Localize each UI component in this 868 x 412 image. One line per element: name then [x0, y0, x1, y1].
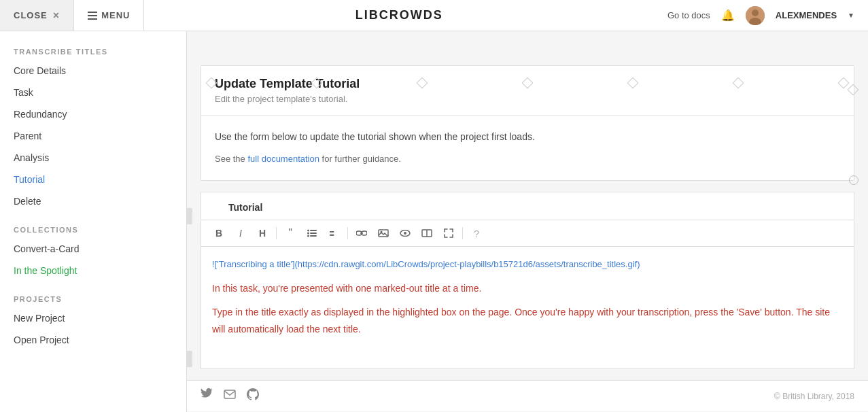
toolbar-help[interactable]: ?: [467, 224, 486, 242]
sidebar-item-redundancy[interactable]: Redundancy: [0, 103, 186, 125]
content-card: Update Template Tutorial Edit the projec…: [201, 65, 854, 181]
sidebar-item-in-the-spotlight[interactable]: In the Spotlight: [0, 260, 186, 281]
bell-icon[interactable]: 🔔: [721, 9, 735, 22]
main-content: Update Template Tutorial Edit the projec…: [187, 31, 868, 412]
svg-point-13: [404, 232, 406, 235]
toolbar-sep-2: [347, 227, 348, 239]
sidebar: TRANSCRIBE TITLES Core Details Task Redu…: [0, 31, 187, 412]
editor-para1: In this task, you're presented with one …: [212, 280, 843, 297]
svg-text:≣: ≣: [329, 230, 334, 237]
card-title: Update Template Tutorial: [215, 77, 840, 91]
github-icon[interactable]: [247, 388, 259, 404]
toolbar-italic[interactable]: I: [231, 224, 250, 242]
toolbar-ordered-list[interactable]: ≣: [324, 224, 343, 242]
editor-content[interactable]: !['Transcribing a title'](https://cdn.ra…: [201, 247, 854, 369]
header: CLOSE × MENU LIBCROWDS Go to docs 🔔 ALEX…: [0, 0, 868, 31]
toolbar-link[interactable]: [352, 224, 371, 242]
go-to-docs-link[interactable]: Go to docs: [667, 10, 710, 20]
layout: TRANSCRIBE TITLES Core Details Task Redu…: [0, 31, 868, 412]
twitter-icon[interactable]: [201, 388, 213, 404]
toolbar-sep-3: [462, 227, 463, 239]
left-handle: [187, 208, 192, 224]
sidebar-item-parent[interactable]: Parent: [0, 125, 186, 147]
sidebar-section-projects: PROJECTS: [0, 290, 186, 307]
menu-label: MENU: [101, 10, 130, 20]
svg-point-3: [307, 230, 309, 232]
note-suffix: for further guidance.: [319, 154, 401, 164]
toolbar-preview[interactable]: [396, 224, 415, 242]
toolbar-heading[interactable]: H: [253, 224, 272, 242]
email-icon[interactable]: [224, 388, 236, 404]
sidebar-item-core-details[interactable]: Core Details: [0, 60, 186, 82]
toolbar-unordered-list[interactable]: [302, 224, 322, 242]
close-label: CLOSE: [14, 10, 48, 20]
user-menu-chevron[interactable]: ▼: [848, 12, 854, 19]
left-handle-2: [187, 351, 192, 367]
note-prefix: See the: [215, 154, 247, 164]
avatar: [746, 6, 765, 25]
editor-toolbar: B I H " ≣: [201, 220, 854, 247]
brand-logo: LIBCROWDS: [144, 8, 654, 22]
card-note: See the full documentation for further g…: [215, 152, 840, 167]
svg-point-7: [307, 235, 309, 237]
svg-rect-4: [310, 230, 317, 231]
toolbar-split[interactable]: [417, 224, 436, 242]
sidebar-item-task[interactable]: Task: [0, 82, 186, 103]
card-header: Update Template Tutorial Edit the projec…: [201, 66, 854, 116]
footer: © British Library, 2018: [187, 380, 868, 411]
sidebar-item-delete[interactable]: Delete: [0, 190, 186, 212]
footer-icons: [201, 388, 259, 404]
sidebar-section-collections: COLLECTIONS: [0, 220, 186, 238]
tutorial-label: Tutorial: [215, 192, 276, 220]
sidebar-section-transcribe: TRANSCRIBE TITLES: [0, 42, 186, 60]
user-name[interactable]: ALEXMENDES: [776, 10, 837, 20]
card-description: Use the form below to update the tutoria…: [215, 129, 840, 144]
note-link[interactable]: full documentation: [247, 154, 319, 164]
close-button[interactable]: CLOSE ×: [0, 0, 74, 31]
footer-copyright: © British Library, 2018: [774, 392, 854, 401]
svg-rect-16: [224, 390, 235, 398]
toolbar-sep-1: [276, 227, 277, 239]
editor-para2: Type in the title exactly as displayed i…: [212, 304, 843, 338]
sidebar-item-open-project[interactable]: Open Project: [0, 329, 186, 351]
sidebar-item-new-project[interactable]: New Project: [0, 307, 186, 329]
menu-button[interactable]: MENU: [74, 0, 144, 31]
toolbar-bold[interactable]: B: [209, 224, 228, 242]
tutorial-section: Tutorial: [201, 192, 854, 220]
main-inner: Update Template Tutorial Edit the projec…: [187, 65, 868, 369]
toolbar-image[interactable]: [374, 224, 393, 242]
svg-rect-6: [310, 233, 317, 234]
svg-rect-8: [310, 235, 317, 237]
close-x-icon: ×: [53, 10, 60, 22]
card-body: Use the form below to update the tutoria…: [201, 116, 854, 180]
card-subtitle: Edit the project template's tutorial.: [215, 94, 840, 104]
svg-point-5: [307, 233, 309, 235]
hamburger-icon: [88, 12, 97, 20]
toolbar-quote[interactable]: ": [281, 224, 300, 242]
header-right: Go to docs 🔔 ALEXMENDES ▼: [654, 6, 868, 25]
sidebar-item-analysis[interactable]: Analysis: [0, 147, 186, 169]
editor-link[interactable]: !['Transcribing a title'](https://cdn.ra…: [212, 258, 843, 272]
sidebar-item-tutorial[interactable]: Tutorial: [0, 169, 186, 190]
toolbar-fullscreen[interactable]: [439, 224, 458, 242]
sidebar-item-convert-a-card[interactable]: Convert-a-Card: [0, 238, 186, 260]
svg-point-1: [752, 10, 759, 16]
